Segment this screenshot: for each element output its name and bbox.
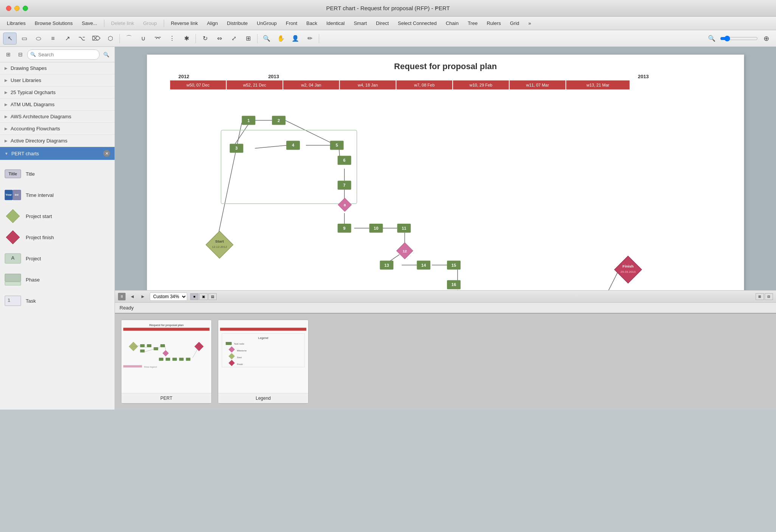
thumbnail-legend[interactable]: Legend Task node Milestone Start Finish … [218, 320, 309, 404]
shape-task-label: Task [26, 298, 36, 304]
freehand-tool-button[interactable]: ✱ [180, 32, 193, 45]
rotate-tool-button[interactable]: ↻ [198, 32, 212, 45]
menu-select-connected[interactable]: Select Connected [394, 19, 441, 28]
menu-grid[interactable]: Grid [506, 19, 523, 28]
menu-smart[interactable]: Smart [350, 19, 371, 28]
svg-text:Legend: Legend [258, 336, 268, 340]
arc-tool-button[interactable]: ∪ [137, 32, 150, 45]
waypoint-tool-button[interactable]: ⌥ [75, 32, 88, 45]
spline-tool-button[interactable]: ⋮ [165, 32, 179, 45]
maximize-button[interactable] [23, 6, 28, 11]
sidebar-item-accounting-flowcharts[interactable]: ▶ Accounting Flowcharts [0, 123, 115, 135]
freeform-tool-button[interactable]: ⌦ [89, 32, 103, 45]
menu-direct[interactable]: Direct [372, 19, 393, 28]
sidebar-item-atm-uml-diagrams[interactable]: ▶ ATM UML Diagrams [0, 99, 115, 111]
menu-more[interactable]: » [525, 19, 535, 28]
close-button[interactable] [6, 6, 11, 11]
pan-tool-button[interactable]: ✋ [274, 32, 288, 45]
dropper-tool-button[interactable]: ✏ [303, 32, 317, 45]
resize-tool-button[interactable]: ⤢ [227, 32, 241, 45]
crop-tool-button[interactable]: ⊞ [241, 32, 255, 45]
svg-rect-41 [179, 358, 184, 361]
zoom-in-tool-button[interactable]: 🔍 [260, 32, 273, 45]
text-tool-button[interactable]: ≡ [46, 32, 60, 45]
menu-tree[interactable]: Tree [464, 19, 481, 28]
sidebar-item-user-libraries[interactable]: ▶ User Libraries [0, 74, 115, 87]
view-mode-3-button[interactable]: ▤ [208, 293, 217, 300]
status-bar: Ready [115, 302, 776, 313]
shape-item-project-finish[interactable]: Project finish [3, 227, 112, 248]
toolbar: ↖ ▭ ⬭ ≡ ↗ ⌥ ⌦ ⬡ ⌒ ∪ ⌤ ⋮ ✱ ↻ ⇔ ⤢ ⊞ 🔍 ✋ 👤 … [0, 30, 776, 47]
menu-identical[interactable]: Identical [323, 19, 348, 28]
shape-item-project-start[interactable]: Project start [3, 206, 112, 227]
canvas-wrapper[interactable]: Request for proposal plan 2012 2013 2013… [115, 47, 776, 290]
svg-text:Finish: Finish [237, 363, 243, 365]
menu-back[interactable]: Back [303, 19, 321, 28]
shape-item-phase[interactable]: Phase [3, 269, 112, 290]
shape-item-title[interactable]: Title Title [3, 163, 112, 184]
fit-width-button[interactable]: ⊟ [765, 293, 773, 300]
curve-tool-button[interactable]: ⌒ [122, 32, 136, 45]
node-16-label: 16 [452, 282, 456, 287]
diagram-title-text: Request for proposal plan [394, 62, 497, 71]
thumbnail-pert[interactable]: Request for proposal plan [121, 320, 212, 404]
node-7-label: 7 [343, 183, 346, 187]
zoom-out-button[interactable]: 🔍 [705, 32, 719, 45]
shape-project-start-label: Project start [26, 213, 52, 219]
prev-page-button[interactable]: ◀ [129, 293, 136, 300]
select-tool-button[interactable]: ↖ [3, 32, 17, 45]
canvas[interactable]: Request for proposal plan 2012 2013 2013… [147, 54, 744, 290]
menu-ungroup[interactable]: UnGroup [253, 19, 281, 28]
zoom-select[interactable]: Custom 34% [150, 292, 187, 301]
sidebar-grid-view-button[interactable]: ⊟ [15, 49, 26, 60]
search-input[interactable] [27, 49, 99, 60]
ellipse-tool-button[interactable]: ⬭ [32, 32, 45, 45]
connector-tool-button[interactable]: ↗ [61, 32, 74, 45]
sidebar-item-aws-architecture[interactable]: ▶ AWS Architecture Diagrams [0, 111, 115, 123]
sidebar-item-25-typical-orgcharts[interactable]: ▶ 25 Typical Orgcharts [0, 87, 115, 99]
svg-rect-32 [147, 344, 151, 347]
view-mode-1-button[interactable]: ■ [190, 293, 199, 300]
view-mode-2-button[interactable]: ▣ [199, 293, 208, 300]
rect-tool-button[interactable]: ▭ [17, 32, 31, 45]
polyline-tool-button[interactable]: ⌤ [151, 32, 165, 45]
menu-rulers[interactable]: Rulers [483, 19, 505, 28]
shape-tool-button[interactable]: ⬡ [104, 32, 117, 45]
menu-reverse-link[interactable]: Reverse link [167, 19, 202, 28]
menu-chain[interactable]: Chain [442, 19, 462, 28]
start-node[interactable]: Start 12.12.2012 [206, 231, 233, 258]
shape-item-task[interactable]: 1 Task [3, 290, 112, 311]
hand-tool-button[interactable]: 👤 [289, 32, 302, 45]
sidebar-list-view-button[interactable]: ⊞ [3, 49, 14, 60]
sidebar-top: ⊞ ⊟ 🔍 🔍 [0, 47, 115, 62]
shape-item-project[interactable]: A Project [3, 248, 112, 269]
menu-save[interactable]: Save... [78, 19, 101, 28]
node-12[interactable]: 12 [396, 243, 413, 259]
menu-separator-2 [164, 20, 164, 27]
project-shape-icon: A [5, 250, 21, 267]
menu-align[interactable]: Align [203, 19, 222, 28]
sidebar-item-drawing-shapes[interactable]: ▶ Drawing Shapes [0, 62, 115, 74]
zoom-slider[interactable] [720, 36, 758, 42]
sidebar-item-pert-charts[interactable]: ▼ PERT charts ✕ [0, 147, 115, 160]
menu-distribute[interactable]: Distribute [223, 19, 251, 28]
flip-tool-button[interactable]: ⇔ [213, 32, 226, 45]
close-library-icon[interactable]: ✕ [103, 150, 110, 157]
zoom-in-button[interactable]: ⊕ [759, 32, 773, 45]
search-button[interactable]: 🔍 [101, 49, 112, 60]
minimize-button[interactable] [14, 6, 20, 11]
sidebar-item-active-directory[interactable]: ▶ Active Directory Diagrams [0, 135, 115, 147]
shape-item-time-interval[interactable]: Year Int Time interval [3, 184, 112, 206]
svg-marker-36 [163, 350, 169, 356]
pause-button[interactable]: ⏸ [118, 293, 126, 300]
title-chevron-icon[interactable]: ▾ [435, 6, 437, 11]
finish-node[interactable]: Finish 29.03.2013 [615, 256, 642, 283]
next-page-button[interactable]: ▶ [139, 293, 147, 300]
sidebar-item-label: Accounting Flowcharts [11, 126, 60, 131]
node-8[interactable]: 8 [338, 198, 352, 212]
fit-page-button[interactable]: ⊞ [756, 293, 764, 300]
menu-libraries[interactable]: Libraries [3, 19, 29, 28]
menu-browse-solutions[interactable]: Browse Solutions [31, 19, 76, 28]
menu-front[interactable]: Front [282, 19, 301, 28]
svg-rect-31 [140, 344, 145, 347]
